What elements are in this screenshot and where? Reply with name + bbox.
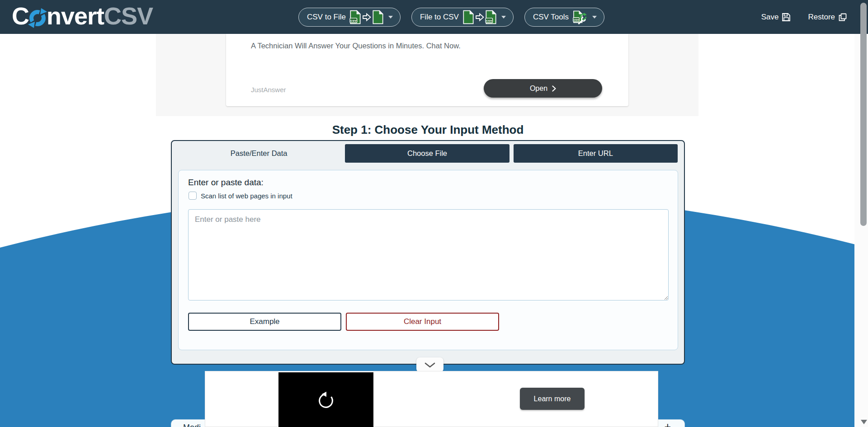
bottom-ad-card[interactable]: Learn more [205, 371, 658, 427]
top-ad-container: A Technician Will Answer Your Questions … [156, 34, 698, 116]
menu-csv-tools-label: CSV Tools [533, 13, 569, 22]
logo-text-middle: nvert [47, 2, 104, 30]
svg-text:csv: csv [486, 19, 492, 23]
svg-text:csv: csv [350, 19, 357, 23]
clear-input-button[interactable]: Clear Input [346, 313, 499, 331]
nav-menus: CSV to File csv File to CSV [298, 8, 604, 27]
logo-text-suffix: CSV [104, 2, 153, 30]
navbar: C nvert CSV CSV to File csv [0, 0, 868, 34]
chevron-down-icon [388, 16, 393, 19]
menu-file-to-csv-label: File to CSV [420, 13, 459, 22]
csv-file-icon: csv [485, 10, 497, 24]
collapse-section-button[interactable] [416, 357, 443, 372]
chevron-down-icon [592, 16, 597, 19]
chevron-down-icon [501, 16, 506, 19]
ad-brand: JustAnswer [251, 86, 286, 94]
arrow-right-icon [362, 13, 371, 22]
ad-headline: A Technician Will Answer Your Questions … [251, 42, 461, 50]
accordion-label: Modi [183, 423, 201, 427]
input-method-tabs: Paste/Enter Data Choose File Enter URL [172, 141, 684, 163]
scan-webpages-label: Scan list of web pages in input [201, 192, 292, 200]
chevron-down-icon [425, 362, 435, 368]
restore-button[interactable]: Restore [808, 13, 847, 22]
expand-plus-icon[interactable]: + [664, 420, 671, 427]
save-label: Save [761, 13, 779, 22]
csv-file-icon: csv [349, 10, 361, 24]
restore-windows-icon [838, 13, 847, 22]
logo-text-prefix: C [12, 2, 29, 30]
csv-tools-wrench-icon: csv [572, 9, 588, 25]
save-button[interactable]: Save [761, 13, 791, 22]
convert-sync-icon [27, 6, 48, 28]
arrow-right-icon [475, 13, 484, 22]
floppy-save-icon [782, 13, 791, 22]
tab-paste-enter-data[interactable]: Paste/Enter Data [177, 144, 341, 163]
file-icon [372, 10, 384, 24]
ad-open-label: Open [530, 84, 547, 93]
paste-data-panel: Enter or paste data: Scan list of web pa… [178, 170, 678, 350]
menu-file-to-csv[interactable]: File to CSV csv [411, 8, 514, 27]
svg-text:csv: csv [574, 18, 579, 21]
file-icon [462, 10, 474, 24]
ad-media-box[interactable] [278, 372, 373, 427]
tab-choose-file[interactable]: Choose File [345, 144, 509, 163]
scan-webpages-checkbox[interactable] [189, 192, 197, 200]
chevron-right-icon [552, 85, 556, 92]
enter-paste-label: Enter or paste data: [188, 178, 264, 188]
menu-csv-to-file-label: CSV to File [307, 13, 346, 22]
restore-label: Restore [808, 13, 835, 22]
ad-open-button[interactable]: Open [484, 79, 602, 98]
menu-csv-to-file[interactable]: CSV to File csv [298, 8, 401, 27]
replay-icon [316, 389, 336, 410]
learn-more-button[interactable]: Learn more [520, 388, 585, 410]
data-input-textarea[interactable] [188, 209, 669, 300]
scrollbar-down-arrow-icon[interactable] [861, 420, 867, 424]
scrollbar-thumb[interactable] [860, 3, 867, 226]
example-button[interactable]: Example [188, 313, 341, 331]
tab-enter-url[interactable]: Enter URL [514, 144, 678, 163]
menu-csv-tools[interactable]: CSV Tools csv [524, 8, 604, 27]
step1-heading: Step 1: Choose Your Input Method [171, 123, 685, 137]
top-ad-card[interactable]: A Technician Will Answer Your Questions … [226, 34, 628, 106]
site-logo[interactable]: C nvert CSV [12, 2, 153, 30]
scan-webpages-row: Scan list of web pages in input [189, 192, 292, 200]
step1-container: Paste/Enter Data Choose File Enter URL E… [171, 140, 685, 365]
navbar-actions: Save Restore [761, 0, 847, 34]
